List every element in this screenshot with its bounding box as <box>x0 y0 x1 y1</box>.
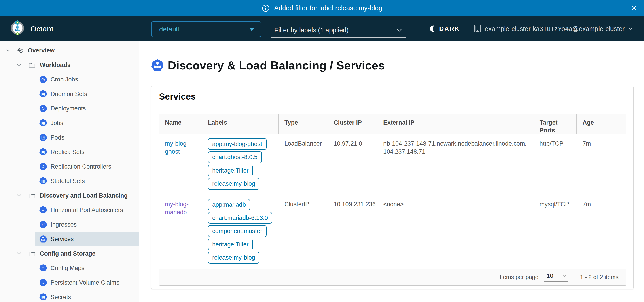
cluster-selector[interactable]: example-cluster-ka3TuTzYo4a@example-clus… <box>474 16 633 41</box>
label-chip[interactable]: app:my-blog-ghost <box>208 138 266 150</box>
column-header-type[interactable]: Type <box>278 114 328 134</box>
label-chip[interactable]: chart:ghost-8.0.5 <box>208 151 262 163</box>
sidebar-item-deployments[interactable]: ↻ Deployments <box>0 101 139 116</box>
sidebar-item-label: Stateful Sets <box>50 177 85 184</box>
sidebar-item-daemon-sets[interactable]: ▤ Daemon Sets <box>0 87 139 101</box>
statefulset-icon: ▥ <box>39 177 47 185</box>
sidebar-item-horizontal-pod-autoscalers[interactable]: ↔ Horizontal Pod Autoscalers <box>0 203 139 217</box>
sidebar-item-persistent-volume-claims[interactable]: ◒ Persistent Volume Claims <box>0 275 139 290</box>
age-cell: 7m <box>577 134 626 195</box>
label-chip[interactable]: heritage:Tiller <box>208 239 253 250</box>
main-content: Discovery & Load Balancing / Services Se… <box>140 41 644 302</box>
items-per-page-label: Items per page <box>500 274 538 281</box>
pod-icon: ◳ <box>39 134 47 141</box>
table-row: my-blog-mariadb app:mariadbchart:mariadb… <box>159 195 626 269</box>
external-ip-cell: nb-104-237-148-71.newark.nodebalancer.li… <box>378 134 534 195</box>
column-header-labels[interactable]: Labels <box>202 114 278 134</box>
chevron-down-icon[interactable] <box>16 251 22 257</box>
sidebar-item-replication-controllers[interactable]: ↺ Replication Controllers <box>0 159 139 174</box>
replicaset-icon: ▣ <box>39 148 47 156</box>
sidebar-item-label: Persistent Volume Claims <box>50 279 120 286</box>
dropdown-caret-icon <box>249 28 254 31</box>
label-chip[interactable]: app:mariadb <box>208 199 250 210</box>
column-header-name[interactable]: Name <box>159 114 202 134</box>
dark-theme-toggle[interactable]: DARK <box>430 16 460 41</box>
cluster-name: example-cluster-ka3TuTzYo4a@example-clus… <box>485 25 624 33</box>
folder-icon <box>28 250 35 257</box>
chevron-down-icon[interactable] <box>16 193 22 198</box>
sidebar-item-label: Services <box>50 235 74 242</box>
sidebar-item-cron-jobs[interactable]: ◷ Cron Jobs <box>0 72 139 87</box>
info-icon <box>262 4 270 12</box>
label-chip[interactable]: heritage:Tiller <box>208 165 253 176</box>
label-chip[interactable]: chart:mariadb-6.13.0 <box>208 212 272 224</box>
namespace-value: default <box>159 25 249 33</box>
sidebar-item-label: Secrets <box>50 294 71 301</box>
sidebar-item-services[interactable]: Services <box>0 232 139 246</box>
sidebar-item-label: Workloads <box>40 61 71 68</box>
column-header-cluster-ip[interactable]: Cluster IP <box>328 114 378 134</box>
sidebar-item-label: Daemon Sets <box>50 90 87 97</box>
ingress-icon: ⇄ <box>39 221 47 228</box>
sidebar-item-label: Overview <box>28 47 54 54</box>
sidebar-item-label: Ingresses <box>50 221 77 228</box>
service-name-link[interactable]: my-blog-mariadb <box>165 201 188 216</box>
app-title: Octant <box>30 16 54 41</box>
service-icon <box>39 235 47 243</box>
chevron-down-icon[interactable] <box>16 62 22 68</box>
label-chip[interactable]: release:my-blog <box>208 178 260 189</box>
type-cell: LoadBalancer <box>278 134 328 195</box>
table-header-row: Name Labels Type Cluster IP External IP … <box>159 114 626 134</box>
sidebar-item-replica-sets[interactable]: ▣ Replica Sets <box>0 145 139 159</box>
sidebar-item-stateful-sets[interactable]: ▥ Stateful Sets <box>0 174 139 188</box>
labels-cell: app:mariadbchart:mariadb-6.13.0component… <box>202 195 278 269</box>
cronjob-icon: ◷ <box>39 76 47 83</box>
sidebar-item-pods[interactable]: ◳ Pods <box>0 130 139 145</box>
overview-icon <box>17 47 24 54</box>
sidebar-item-ingresses[interactable]: ⇄ Ingresses <box>0 217 139 232</box>
sidebar-item-config-maps[interactable]: ≡ Config Maps <box>0 261 139 275</box>
page-title: Discovery & Load Balancing / Services <box>168 59 385 72</box>
sidebar-item-jobs[interactable]: ▦ Jobs <box>0 116 139 130</box>
sidebar-item-label: Replica Sets <box>50 149 84 155</box>
label-filter-dropdown[interactable]: Filter by labels (1 applied) <box>271 23 406 38</box>
sidebar-item-label: Discovery and Load Balancing <box>40 192 128 199</box>
deployment-icon: ↻ <box>39 105 47 112</box>
configmap-icon: ≡ <box>39 264 47 272</box>
chevron-down-icon[interactable] <box>5 47 11 53</box>
sidebar-item-label: Cron Jobs <box>50 76 78 83</box>
sidebar-item-config-and-storage[interactable]: Config and Storage <box>0 246 139 261</box>
sidebar-item-secrets[interactable]: ▩ Secrets <box>0 290 139 302</box>
service-icon <box>151 59 164 72</box>
age-cell: 7m <box>577 195 626 269</box>
octant-logo-icon <box>10 19 26 36</box>
card-title: Services <box>159 92 196 102</box>
sidebar-item-label: Config and Storage <box>40 250 96 257</box>
chevron-down-icon <box>628 26 633 31</box>
secret-icon: ▩ <box>39 293 47 301</box>
column-header-target-ports[interactable]: Target Ports <box>534 114 577 134</box>
target-ports-cell: http/TCP <box>534 134 577 195</box>
service-name-link[interactable]: my-blog-ghost <box>165 140 188 155</box>
pvc-icon: ◒ <box>39 279 47 286</box>
label-chip[interactable]: release:my-blog <box>208 252 260 263</box>
app-header: Octant default Filter by labels (1 appli… <box>0 16 644 41</box>
column-header-age[interactable]: Age <box>577 114 626 134</box>
services-card: Services Name Labels Type Cluster IP Ext… <box>151 86 634 289</box>
sidebar-item-workloads[interactable]: Workloads <box>0 58 139 72</box>
page-size-select[interactable]: 10 <box>544 273 568 282</box>
cluster-ip-cell: 10.97.21.0 <box>328 134 378 195</box>
sidebar: Overview Workloads ◷ Cron Jobs ▤ Daemon … <box>0 41 139 302</box>
daemonset-icon: ▤ <box>39 90 47 98</box>
sidebar-item-label: Deployments <box>50 105 86 112</box>
label-chip[interactable]: component:master <box>208 225 266 237</box>
sidebar-item-discovery-and-load-balancing[interactable]: Discovery and Load Balancing <box>0 188 139 203</box>
folder-icon <box>28 62 35 68</box>
table-footer: Items per page 10 1 - 2 of 2 items <box>159 269 626 286</box>
column-header-external-ip[interactable]: External IP <box>378 114 534 134</box>
services-table: Name Labels Type Cluster IP External IP … <box>159 114 626 286</box>
namespace-dropdown[interactable]: default <box>151 21 261 37</box>
job-icon: ▦ <box>39 119 47 127</box>
close-icon[interactable] <box>630 4 638 12</box>
sidebar-item-overview[interactable]: Overview <box>0 43 139 58</box>
